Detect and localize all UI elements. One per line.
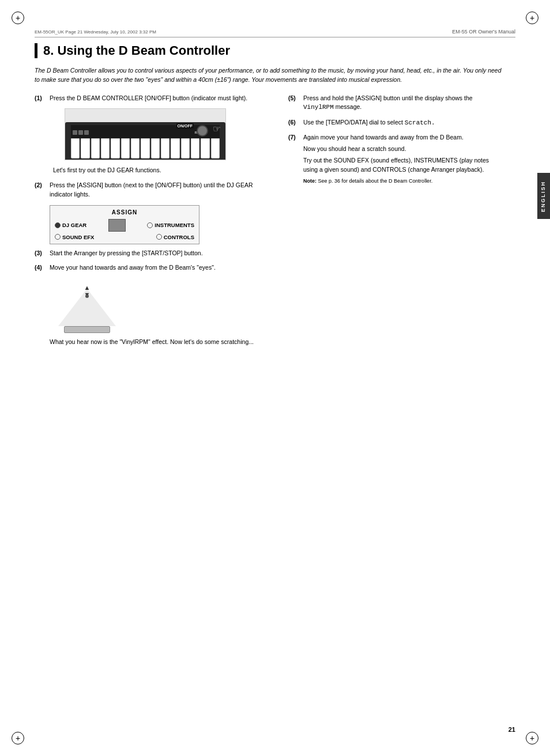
corner-crosshair-bl bbox=[12, 732, 24, 744]
step-7-sub2: Try out the SOUND EFX (sound effects), I… bbox=[303, 156, 490, 175]
step-1-text: Press the D BEAM CONTROLLER [ON/OFF] but… bbox=[50, 94, 271, 103]
step-7-num: (7) bbox=[288, 133, 300, 185]
scratch-display: Scratch. bbox=[405, 119, 435, 126]
key-14 bbox=[201, 138, 209, 158]
step-5: (5) Press and hold the [ASSIGN] button u… bbox=[288, 94, 490, 112]
step-2-text: Press the [ASSIGN] button (next to the [… bbox=[50, 181, 271, 199]
caption-vinyl-text: What you hear now is the "VinylRPM" effe… bbox=[50, 338, 254, 345]
keyboard-body: Roland ON/OFF ☞ bbox=[65, 122, 225, 160]
caption-dj: Let's first try out the DJ GEAR function… bbox=[35, 166, 271, 175]
key-2 bbox=[81, 138, 89, 158]
dj-gear-indicator bbox=[55, 222, 61, 228]
key-3 bbox=[91, 138, 100, 158]
key-12 bbox=[181, 138, 190, 158]
button-group bbox=[73, 130, 89, 135]
corner-crosshair-br bbox=[526, 732, 538, 744]
step-1-num: (1) bbox=[35, 94, 46, 103]
corner-crosshair-tl bbox=[12, 12, 24, 24]
left-column: (1) Press the D BEAM CONTROLLER [ON/OFF]… bbox=[35, 94, 271, 353]
key-9 bbox=[151, 138, 160, 158]
section-header: 8. Using the D Beam Controller bbox=[35, 43, 515, 58]
step-6: (6) Use the [TEMPO/DATA] dial to select … bbox=[288, 118, 490, 128]
step-2-num: (2) bbox=[35, 181, 46, 199]
caption-vinyl: What you hear now is the "VinylRPM" effe… bbox=[50, 338, 271, 347]
page: EM-55OR_UK Page 21 Wednesday, July 10, 2… bbox=[0, 0, 550, 756]
file-info: EM-55OR_UK Page 21 Wednesday, July 10, 2… bbox=[35, 29, 156, 35]
right-column: (5) Press and hold the [ASSIGN] button u… bbox=[288, 94, 490, 353]
beam-dot bbox=[85, 294, 89, 298]
main-content: 8. Using the D Beam Controller The D Bea… bbox=[35, 43, 515, 721]
corner-crosshair-tr bbox=[526, 12, 538, 24]
step-7-sub1: Now you should hear a scratch sound. bbox=[303, 145, 490, 154]
assign-dj-gear: DJ GEAR bbox=[55, 222, 86, 228]
step-3: (3) Start the Arranger by pressing the [… bbox=[35, 249, 271, 258]
assign-diagram: ASSIGN DJ GEAR INSTRUMENTS bbox=[50, 205, 199, 244]
manual-title: EM-55 OR Owner's Manual bbox=[452, 29, 515, 35]
btn-2 bbox=[78, 130, 83, 135]
btn-3 bbox=[84, 130, 89, 135]
key-6 bbox=[121, 138, 130, 158]
step-6-num: (6) bbox=[288, 118, 300, 128]
note-text: Note: See p. 36 for details about the D … bbox=[303, 177, 490, 185]
sound-efx-indicator bbox=[55, 234, 61, 240]
caption-dj-text: Let's first try out the DJ GEAR function… bbox=[53, 166, 271, 175]
key-10 bbox=[161, 138, 169, 158]
assign-sound-efx: SOUND EFX bbox=[55, 234, 94, 240]
key-7 bbox=[131, 138, 140, 158]
key-4 bbox=[101, 138, 110, 158]
keyboard-image: Roland ON/OFF ☞ bbox=[65, 108, 226, 160]
step-3-num: (3) bbox=[35, 249, 46, 258]
step-5-text: Press and hold the [ASSIGN] button until… bbox=[303, 94, 490, 112]
step-3-text: Start the Arranger by pressing the [STAR… bbox=[50, 249, 271, 258]
step-7-content: Again move your hand towards and away fr… bbox=[303, 133, 490, 185]
page-header: EM-55OR_UK Page 21 Wednesday, July 10, 2… bbox=[35, 29, 515, 37]
keyboard-illustration: Roland ON/OFF ☞ bbox=[50, 108, 271, 160]
key-11 bbox=[171, 138, 179, 158]
key-15 bbox=[211, 138, 220, 158]
intro-text: The D Beam Controller allows you to cont… bbox=[35, 66, 507, 85]
step-4-text: Move your hand towards and away from the… bbox=[50, 263, 271, 273]
assign-row-1: DJ GEAR INSTRUMENTS bbox=[55, 219, 194, 232]
key-8 bbox=[141, 138, 149, 158]
keyboard-keys bbox=[71, 138, 220, 158]
instruments-indicator bbox=[147, 222, 153, 228]
step-5-num: (5) bbox=[288, 94, 300, 112]
controls-indicator bbox=[156, 234, 162, 240]
assign-controls: CONTROLS bbox=[156, 234, 194, 240]
on-off-label: ON/OFF bbox=[176, 123, 194, 128]
key-13 bbox=[191, 138, 199, 158]
step-7-main: Again move your hand towards and away fr… bbox=[303, 133, 490, 142]
assign-title: ASSIGN bbox=[55, 209, 194, 216]
beam-line-right bbox=[115, 291, 129, 326]
vinyl-rpm-display: VinylRPM bbox=[303, 104, 334, 111]
beam-line-left bbox=[46, 291, 59, 326]
step-4-num: (4) bbox=[35, 263, 46, 273]
assign-instruments: INSTRUMENTS bbox=[147, 222, 194, 228]
step-2: (2) Press the [ASSIGN] button (next to t… bbox=[35, 181, 271, 199]
language-tab: ENGLISH bbox=[537, 173, 550, 219]
step-6-text: Use the [TEMPO/DATA] dial to select Scra… bbox=[303, 118, 490, 128]
two-column-layout: (1) Press the D BEAM CONTROLLER [ON/OFF]… bbox=[35, 94, 515, 353]
btn-1 bbox=[73, 130, 77, 135]
key-5 bbox=[111, 138, 119, 158]
step-1: (1) Press the D BEAM CONTROLLER [ON/OFF]… bbox=[35, 94, 271, 103]
beam-sensor bbox=[64, 326, 110, 333]
key-1 bbox=[71, 138, 80, 158]
step-7: (7) Again move your hand towards and awa… bbox=[288, 133, 490, 185]
note-label: Note: bbox=[303, 178, 317, 184]
assign-row-2: SOUND EFX CONTROLS bbox=[55, 234, 194, 240]
finger-indicator: ☞ bbox=[213, 123, 221, 134]
step-4: (4) Move your hand towards and away from… bbox=[35, 263, 271, 273]
assign-center-box bbox=[108, 219, 126, 232]
beam-illustration: ▲ ▼ bbox=[50, 278, 125, 333]
page-number: 21 bbox=[508, 726, 515, 733]
section-title: 8. Using the D Beam Controller bbox=[43, 43, 515, 58]
caption-indent bbox=[35, 166, 50, 175]
arrow-up: ▲ bbox=[84, 284, 91, 291]
note-content: See p. 36 for details about the D Beam C… bbox=[318, 178, 433, 184]
